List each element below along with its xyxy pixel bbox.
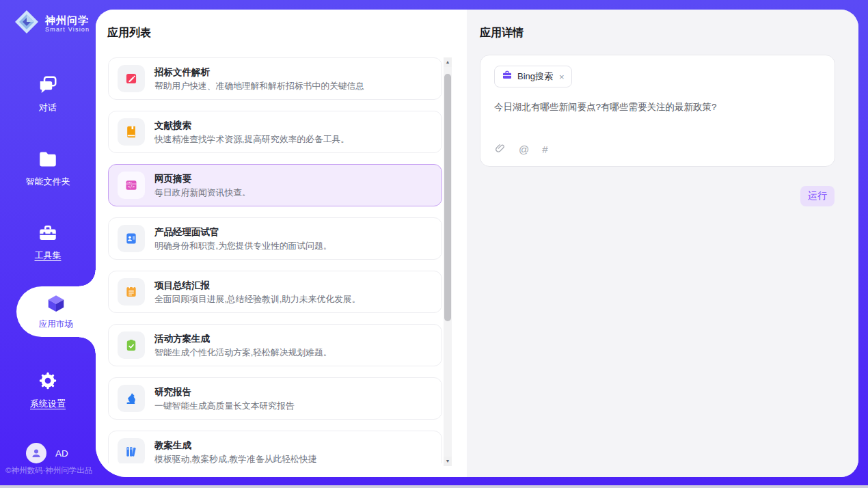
app-title: 活动方案生成 [154, 333, 332, 344]
app-card-project-summary[interactable]: 项目总结汇报 全面回顾项目进展,总结经验教训,助力未来优化发展。 [108, 271, 442, 313]
app-title: 教案生成 [154, 439, 316, 451]
pen-square-icon [118, 65, 145, 92]
sidebar-item-label: 工具集 [0, 249, 96, 262]
brand-logo: 神州问学 Smart Vision [14, 9, 90, 38]
close-icon[interactable]: × [559, 72, 565, 82]
cube-icon [46, 304, 66, 316]
sidebar-item-smart-folder[interactable]: 智能文件夹 [0, 150, 96, 188]
app-card-tender-analysis[interactable]: 招标文件解析 帮助用户快速、准确地理解和解析招标书中的关键信息 [108, 57, 442, 100]
scroll-down-icon[interactable]: ▼ [444, 457, 452, 466]
main-panel: 应用列表 招标文件解析 帮助用户快速、准确地理解和解析招标书中的关键信息 [96, 10, 858, 477]
brand-name: 神州问学 [45, 14, 90, 26]
sidebar-item-label: 智能文件夹 [0, 176, 96, 188]
app-title: 招标文件解析 [154, 66, 364, 78]
app-desc: 模板驱动,教案秒成,教学准备从此轻松快捷 [154, 453, 316, 464]
sidebar-item-app-market[interactable]: 应用市场 [16, 286, 96, 337]
app-desc: 一键智能生成高质量长文本研究报告 [154, 400, 295, 411]
attachment-toolbar: @ # [494, 142, 548, 157]
app-title: 文献搜索 [154, 120, 349, 131]
app-title: 项目总结汇报 [154, 280, 360, 291]
app-detail-title: 应用详情 [480, 26, 524, 40]
prompt-card[interactable]: Bing搜索 × 今日湖北有哪些新闻要点?有哪些需要关注的最新政策? @ # [480, 55, 835, 167]
app-desc: 明确身份和职责,为您提供专业性的面试问题。 [154, 240, 332, 252]
prompt-input[interactable]: 今日湖北有哪些新闻要点?有哪些需要关注的最新政策? [494, 100, 821, 113]
app-card-list: 招标文件解析 帮助用户快速、准确地理解和解析招标书中的关键信息 文献搜索 快速精… [108, 57, 442, 463]
report-note-icon [118, 278, 145, 306]
app-card-research-report[interactable]: 研究报告 一键智能生成高质量长文本研究报告 [108, 377, 442, 420]
user-account[interactable]: AD [26, 443, 68, 463]
app-detail-panel: 应用详情 Bing搜索 × 今日湖北有哪些新闻要点?有哪些需要关注的最新政策? [467, 10, 858, 477]
app-card-literature-search[interactable]: 文献搜索 快速精准查找学术资源,提高研究效率的必备工具。 [108, 111, 442, 153]
app-title: 研究报告 [154, 386, 295, 398]
browser-code-icon: </> [118, 172, 145, 199]
book-icon [118, 118, 145, 146]
app-title: 网页摘要 [154, 173, 251, 185]
sidebar-item-settings[interactable]: 系统设置 [0, 371, 96, 410]
app-desc: 每日政府新闻资讯快查。 [154, 187, 251, 198]
sidebar: 神州问学 Smart Vision 对话 智能文件夹 [0, 0, 96, 485]
app-list-scrollbar[interactable]: ▲ ▼ [444, 57, 452, 466]
tool-chip-bing-search[interactable]: Bing搜索 × [494, 66, 572, 87]
gear-icon [38, 381, 57, 392]
app-desc: 智能生成个性化活动方案,轻松解决规划难题。 [154, 347, 332, 358]
avatar [26, 443, 46, 463]
svg-text:</>: </> [128, 185, 135, 189]
app-card-pm-interviewer[interactable]: 产品经理面试官 明确身份和职责,为您提供专业性的面试问题。 [108, 217, 442, 260]
sidebar-item-label: 系统设置 [0, 398, 96, 410]
books-icon [118, 438, 145, 463]
app-card-web-summary[interactable]: </> 网页摘要 每日政府新闻资讯快查。 [108, 164, 442, 206]
sidebar-item-chat[interactable]: 对话 [0, 75, 96, 114]
clipboard-check-icon [118, 331, 145, 359]
brand-diamond-icon [14, 9, 40, 38]
app-card-event-plan[interactable]: 活动方案生成 智能生成个性化活动方案,轻松解决规划难题。 [108, 324, 442, 366]
app-card-lesson-plan[interactable]: 教案生成 模板驱动,教案秒成,教学准备从此轻松快捷 [108, 431, 442, 463]
app-desc: 快速精准查找学术资源,提高研究效率的必备工具。 [154, 133, 349, 145]
copyright-text: ©神州数码·神州问学出品 [5, 465, 92, 476]
app-list-panel: 应用列表 招标文件解析 帮助用户快速、准确地理解和解析招标书中的关键信息 [96, 10, 467, 477]
chat-icon [38, 85, 58, 96]
app-desc: 帮助用户快速、准确地理解和解析招标书中的关键信息 [154, 80, 364, 92]
active-blob-curve-bottom [79, 337, 96, 353]
run-button[interactable]: 运行 [800, 186, 835, 206]
scrollbar-thumb[interactable] [444, 74, 451, 321]
sidebar-item-label: 对话 [0, 102, 96, 114]
window-bottom-edge [0, 485, 868, 488]
tool-chip-label: Bing搜索 [517, 70, 553, 83]
brand-tagline: Smart Vision [45, 26, 90, 33]
app-title: 产品经理面试官 [154, 226, 332, 238]
scroll-up-icon[interactable]: ▲ [444, 57, 452, 67]
sidebar-item-toolset[interactable]: 工具集 [0, 224, 96, 262]
folder-icon [38, 159, 58, 170]
clipboard-user-icon [118, 225, 145, 252]
active-blob-curve-top [79, 270, 96, 286]
briefcase-icon [502, 70, 513, 83]
app-desc: 全面回顾项目进展,总结经验教训,助力未来优化发展。 [154, 293, 360, 305]
mention-icon[interactable]: @ [519, 144, 529, 156]
user-initials: AD [55, 448, 68, 459]
toolbox-icon [38, 232, 58, 244]
hashtag-icon[interactable]: # [542, 144, 547, 156]
app-list-title: 应用列表 [107, 26, 151, 40]
paperclip-icon[interactable] [494, 142, 506, 157]
sidebar-item-label: 应用市场 [16, 318, 96, 330]
microscope-icon [118, 385, 145, 412]
